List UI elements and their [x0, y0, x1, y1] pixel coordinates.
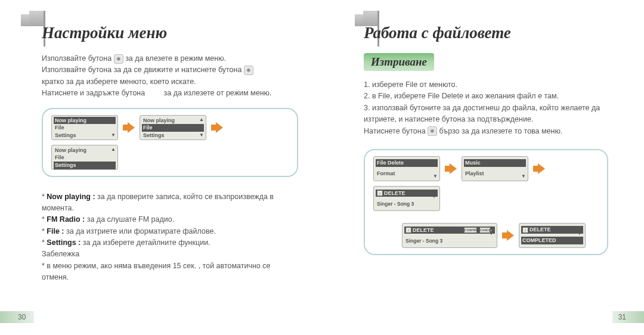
lcd-screen: Music Playlist ▲ ▼ — [462, 156, 528, 181]
text: Натиснете бутона — [364, 127, 426, 135]
text: кратко за да изберете менюто, което иска… — [42, 77, 196, 86]
up-arrow-icon: ▲ — [433, 158, 438, 164]
section-heading: Изтриване — [364, 53, 434, 71]
svg-marker-1 — [211, 122, 223, 133]
up-arrow-icon: ▲ — [521, 158, 526, 164]
lcd-row-label: Settings — [55, 162, 76, 169]
menu-button-icon — [114, 54, 123, 64]
menu-button-icon — [428, 126, 437, 136]
svg-marker-4 — [502, 230, 514, 241]
updown-arrow-icon: ▲▼ — [576, 225, 583, 235]
text: за да излезете от режим меню. — [163, 89, 271, 97]
bullet-label: Now playing : — [47, 193, 95, 201]
step-arrow-icon — [123, 122, 135, 133]
updown-arrow-icon: ▲▼ — [431, 188, 438, 198]
lcd-row-label: Now playing — [55, 147, 86, 154]
lcd-screen-completed: ♪ DELETE COMPLETED ▲▼ — [519, 223, 586, 248]
text: Натиснете и задръжте бутона — [42, 89, 145, 97]
down-arrow-icon: ▼ — [111, 162, 116, 168]
confirm-icon: CONFIRM — [464, 227, 477, 233]
step-arrow-icon — [502, 230, 514, 241]
menu-button-icon — [244, 66, 253, 75]
lcd-row-label: File — [143, 125, 153, 131]
intro-text: Използвайте бутона за да влезете в режим… — [42, 53, 298, 100]
lcd-screen: Now playing File Settings ▲ ▼ — [140, 115, 206, 140]
bullet-label: FM Radio : — [47, 215, 85, 224]
lcd-row-label: Now playing — [55, 117, 86, 124]
page-31: Работа с файловете Изтриване 1. изберете… — [322, 0, 644, 335]
bullet-text: за да изберете детайлните функции. — [80, 238, 210, 247]
lcd-screen: Now playing File Settings ▲ ▼ — [51, 115, 118, 140]
music-file-icon: ♪ — [405, 227, 411, 233]
down-arrow-icon: ▼ — [199, 132, 204, 138]
delete-instructions: 1. изберете File от менюто. 2. в File, и… — [364, 79, 608, 137]
lcd-row-label: DELETE — [530, 227, 551, 233]
bullet-text: за да слушате FM радио. — [85, 215, 174, 224]
note-text: * в меню режим, ако няма въведения 15 се… — [42, 262, 270, 281]
page-30: Настройки меню Използвайте бутона за да … — [0, 0, 322, 335]
song-name: Singer - Song 3 — [377, 201, 414, 207]
svg-marker-3 — [533, 163, 545, 174]
up-arrow-icon: ▲ — [111, 147, 116, 153]
lcd-row-label: Settings — [143, 132, 165, 139]
page-number: 31 — [612, 311, 644, 323]
text: Използвайте бутона за да се движите и на… — [42, 66, 242, 74]
updown-arrow-icon: ▲▼ — [488, 225, 495, 235]
bullet-label: File : — [47, 227, 64, 235]
text: Използвайте бутона — [42, 54, 112, 63]
song-name: Singer - Song 3 — [405, 238, 442, 244]
lcd-row-label: Music — [465, 160, 481, 166]
lcd-row-label: Format — [377, 170, 395, 177]
lcd-screen-delete: ♪ DELETE Singer - Song 3 ▲▼ — [373, 186, 440, 211]
lcd-row-label: Settings — [55, 132, 76, 139]
step-arrow-icon — [445, 163, 457, 174]
lcd-row-label: DELETE — [413, 227, 434, 234]
text: 1. изберете File от менюто. — [364, 80, 457, 89]
step-arrow-icon — [533, 163, 545, 174]
lcd-row-label: File — [55, 154, 64, 161]
menu-screens-group: Now playing File Settings ▲ ▼ Now playin… — [42, 108, 298, 177]
down-arrow-icon: ▼ — [433, 173, 438, 179]
lcd-row-label: Now playing — [143, 117, 175, 124]
lcd-screen: File Delete Format ▲ ▼ — [373, 156, 440, 181]
lcd-row-label: Playlist — [465, 170, 484, 177]
page-title: Настройки меню — [42, 24, 298, 42]
up-arrow-icon: ▲ — [199, 117, 204, 123]
svg-marker-2 — [445, 163, 457, 174]
note-label: Забележка — [42, 250, 79, 258]
menu-descriptions: * Now playing : за да проверите записа, … — [42, 191, 298, 284]
lcd-row-label: File — [55, 125, 64, 131]
lcd-row-label: File Delete — [377, 160, 404, 166]
music-file-icon: ♪ — [522, 227, 528, 233]
svg-marker-0 — [123, 122, 135, 133]
up-arrow-icon: ▲ — [111, 117, 116, 123]
delete-screens-group: File Delete Format ▲ ▼ Music Playlist ▲ … — [364, 149, 608, 255]
lcd-screen: Now playing File Settings ▲ ▼ — [51, 145, 118, 170]
text: 3. използвай бутоните за да достигнеш до… — [364, 104, 600, 123]
lcd-screen-confirm: ♪ DELETE CONFIRM CANCEL Singer - Song 3 … — [402, 223, 497, 248]
bullet-label: Settings : — [47, 238, 80, 247]
down-arrow-icon: ▼ — [521, 173, 526, 179]
step-arrow-icon — [211, 122, 223, 133]
page-number: 30 — [0, 311, 34, 323]
music-file-icon: ♪ — [377, 190, 383, 196]
text: за да влезете в режим меню. — [125, 54, 226, 63]
down-arrow-icon: ▼ — [111, 132, 116, 138]
text: 2. в File, изберете File Delete и ако же… — [364, 92, 559, 100]
completed-label: COMPLETED — [522, 237, 556, 244]
bullet-text: за да изтриете или форматирате файлове. — [64, 227, 216, 235]
lcd-row-label: DELETE — [384, 190, 405, 197]
page-title: Работа с файловете — [364, 24, 608, 42]
text: бързо за да излезете то това меню. — [439, 127, 563, 135]
